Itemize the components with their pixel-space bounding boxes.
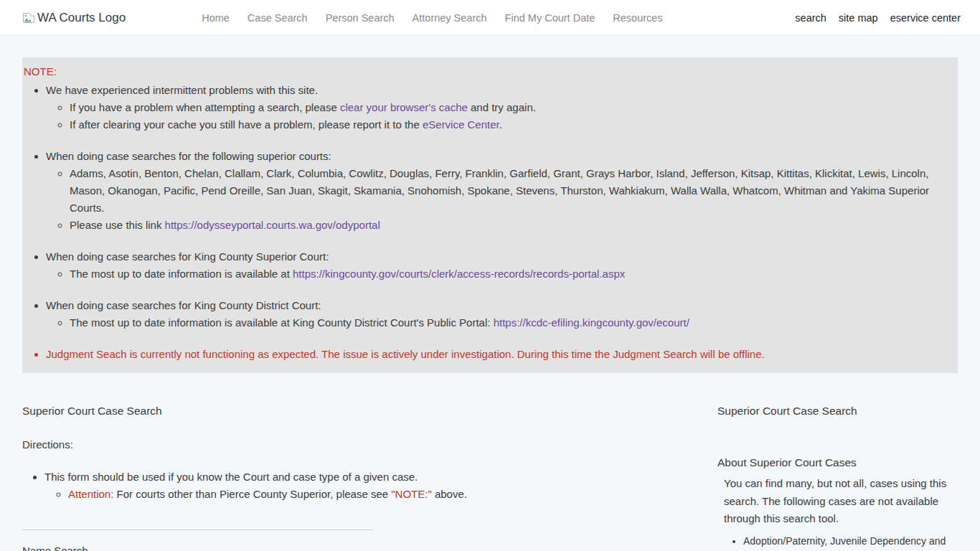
utility-site-map-link[interactable]: site map — [839, 12, 878, 24]
king-county-records-link[interactable]: https://kingcounty.gov/courts/clerk/acce… — [293, 268, 625, 280]
utility-nav: search site map eservice center — [795, 12, 961, 24]
note-subitem-king-district-portal: The most up to date information is avail… — [70, 314, 945, 331]
attention-text: For courts other than Pierce County Supe… — [113, 488, 391, 500]
nav-resources[interactable]: Resources — [613, 12, 662, 24]
directions-item: This form should be used if you know the… — [44, 468, 697, 503]
about-heading: About Superior Court Cases — [717, 457, 958, 468]
note-list: We have experienced intermittent problem… — [24, 82, 945, 363]
clear-cache-link[interactable]: clear your browser's cache — [340, 101, 468, 113]
nav-attorney-search[interactable]: Attorney Search — [413, 12, 487, 24]
note-item-superior-courts: When doing case searches for the followi… — [46, 148, 945, 234]
note-subitem-county-list: Adams, Asotin, Benton, Chelan, Clallam, … — [70, 165, 945, 217]
note-item-king-district: When doing case searches for King County… — [46, 297, 945, 331]
note-subitem-text: and try again. — [468, 101, 536, 113]
nav-person-search[interactable]: Person Search — [326, 12, 395, 24]
note-subitem-king-superior-portal: The most up to date information is avail… — [70, 265, 945, 283]
note-subitem-text: Please use this link — [70, 219, 165, 231]
broken-image-icon — [22, 12, 35, 24]
note-title: NOTE: — [24, 63, 945, 80]
sidebar-title: Superior Court Case Search — [717, 405, 958, 417]
about-list: Adoption/Paternity, Juvenile Dependency … — [724, 533, 953, 551]
directions-item-text: This form should be used if you know the… — [44, 471, 418, 483]
attention-label: Attention: — [68, 488, 113, 500]
about-text: You can find many, but not all, cases us… — [724, 475, 948, 528]
note-item-text: When doing case searches for King County… — [46, 299, 321, 311]
utility-search-link[interactable]: search — [795, 12, 826, 24]
logo-alt-text: WA Courts Logo — [37, 11, 126, 25]
form-divider — [22, 529, 373, 530]
note-item-judgment-offline: Judgment Seach is currently not function… — [46, 346, 945, 363]
page-title: Superior Court Case Search — [22, 405, 697, 417]
directions-label: Directions: — [22, 439, 697, 451]
note-subitem-text: The most up to date information is avail… — [70, 316, 494, 329]
nav-case-search[interactable]: Case Search — [248, 12, 308, 24]
directions-list: This form should be used if you know the… — [22, 468, 697, 503]
case-search-column: Superior Court Case Search Directions: T… — [22, 405, 697, 551]
nav-find-my-court-date[interactable]: Find My Court Date — [505, 12, 595, 24]
name-search-form: Name Search Court Name: Pierce County — [22, 545, 697, 551]
attention-item: Attention: For courts other than Pierce … — [68, 486, 697, 503]
note-subitem-text: . — [499, 118, 502, 131]
note-item-text: We have experienced intermittent problem… — [46, 84, 318, 96]
attention-note-ref: "NOTE:" — [391, 488, 431, 500]
site-logo-link[interactable]: WA Courts Logo — [22, 11, 126, 25]
about-list-item: Adoption/Paternity, Juvenile Dependency … — [743, 533, 953, 551]
note-item-intermittent-problems: We have experienced intermittent problem… — [46, 82, 945, 133]
note-subitem-text: If you have a problem when attempting a … — [70, 101, 340, 113]
nav-home[interactable]: Home — [202, 12, 230, 24]
main-content: Superior Court Case Search Directions: T… — [22, 373, 958, 551]
note-subitem-text: The most up to date information is avail… — [70, 268, 293, 280]
main-nav: Home Case Search Person Search Attorney … — [202, 12, 662, 24]
kcdc-efiling-link[interactable]: https://kcdc-efiling.kingcounty.gov/ecou… — [494, 316, 689, 329]
odyssey-portal-link[interactable]: https://odysseyportal.courts.wa.gov/odyp… — [165, 219, 380, 231]
note-item-text: When doing case searches for the followi… — [46, 150, 331, 162]
note-subitem-eservice: If after clearing your cache you still h… — [70, 116, 945, 133]
note-subitem-text: If after clearing your cache you still h… — [70, 118, 423, 131]
about-sidebar: Superior Court Case Search About Superio… — [717, 405, 958, 551]
attention-text: above. — [432, 488, 467, 500]
site-header: WA Courts Logo Home Case Search Person S… — [0, 0, 980, 36]
utility-eservice-center-link[interactable]: eservice center — [890, 12, 961, 24]
name-search-label: Name Search — [22, 545, 697, 551]
note-subitem-cache: If you have a problem when attempting a … — [70, 99, 945, 116]
note-item-king-superior: When doing case searches for King County… — [46, 248, 945, 283]
eservice-center-link[interactable]: eService Center — [423, 118, 499, 131]
note-item-text: When doing case searches for King County… — [46, 250, 329, 263]
note-subitem-odyssey: Please use this link https://odysseyport… — [70, 217, 945, 234]
note-box: NOTE: We have experienced intermittent p… — [22, 57, 958, 373]
